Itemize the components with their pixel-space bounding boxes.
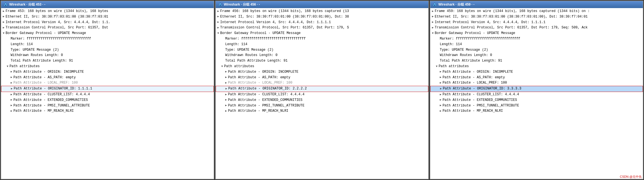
tree-item[interactable]: ▶Ethernet II, Src: 38:30:f7:03:01:00 (38… — [1, 14, 214, 20]
expand-icon[interactable]: ▼ — [221, 64, 223, 69]
tree-item[interactable]: ▶Path Attribute - AS_PATH: empty — [216, 75, 428, 81]
tree-item[interactable]: ▼Path attributes — [1, 64, 214, 69]
expand-icon[interactable]: ▶ — [225, 109, 227, 114]
tree-item[interactable]: ▶Path Attribute - ORIGINATOR_ID: 2.2.2.2 — [216, 86, 428, 92]
tree-item[interactable]: ▶Path Attribute - ORIGINATOR_ID: 1.1.1.1 — [1, 86, 214, 92]
tree-item[interactable]: ▶Path Attribute - AS_PATH: empty — [430, 75, 643, 81]
expand-icon[interactable]: ▶ — [11, 103, 12, 108]
expand-icon[interactable]: ▶ — [3, 20, 4, 25]
tree-item: Total Path Attribute Length: 91 — [430, 58, 643, 64]
wireshark-window-win3: Wireshark · 分组 459 · -▶Frame 459: 168 by… — [430, 1, 643, 179]
item-text: Frame 459: 168 bytes on wire (1344 bits)… — [435, 9, 590, 14]
expand-icon[interactable]: ▶ — [225, 98, 227, 103]
expand-icon[interactable]: ▼ — [432, 31, 434, 36]
tree-item[interactable]: ▶Path Attribute - EXTENDED_COMMUNITIES — [430, 98, 643, 103]
expand-icon[interactable]: ▶ — [432, 9, 434, 14]
tree-item[interactable]: ▶Path Attribute - LOCAL_PREF: 100 — [430, 80, 643, 86]
tree-item[interactable]: ▶Path Attribute - ORIGIN: INCOMPLETE — [1, 69, 214, 75]
item-text: Border Gateway Protocol - UPDATE Message — [435, 31, 515, 36]
tree-item[interactable]: ▶Path Attribute - ORIGINATOR_ID: 3.3.3.3 — [430, 86, 643, 92]
tree-item[interactable]: ▶Path Attribute - LOCAL_PREF: 100 — [1, 80, 214, 86]
expand-icon[interactable]: ▶ — [432, 14, 434, 19]
tree-item[interactable]: ▶Path Attribute - CLUSTER_LIST: 4.4.4.4 — [430, 92, 643, 98]
expand-icon[interactable]: ▼ — [436, 64, 438, 69]
expand-icon[interactable]: ▶ — [225, 70, 227, 74]
tree-item[interactable]: ▶Path Attribute - ORIGIN: INCOMPLETE — [216, 69, 428, 75]
expand-icon[interactable]: ▶ — [3, 9, 4, 14]
expand-icon[interactable]: ▶ — [217, 14, 219, 19]
expand-icon[interactable]: ▶ — [432, 20, 434, 25]
expand-icon[interactable]: ▶ — [440, 70, 441, 74]
tree-item[interactable]: ▼Border Gateway Protocol - UPDATE Messag… — [430, 31, 643, 36]
expand-icon[interactable]: ▶ — [11, 70, 12, 74]
tree-item[interactable]: ▶Path Attribute - LOCAL_PREF: 100 — [216, 80, 428, 86]
wireshark-icon — [218, 2, 222, 7]
expand-icon[interactable]: ▶ — [440, 75, 441, 80]
expand-icon[interactable]: ▶ — [440, 81, 441, 86]
tree-item[interactable]: ▶Internet Protocol Version 4, Src: 4.4.4… — [1, 20, 214, 25]
tree-item[interactable]: ▶Path Attribute - MP_REACH_NLRI — [1, 108, 214, 114]
item-text: Withdrawn Routes Length: 0 — [440, 53, 492, 58]
wireshark-window-win1: Wireshark · 分组 453 · -▶Frame 453: 168 by… — [1, 1, 214, 179]
expand-icon[interactable]: ▶ — [440, 98, 441, 103]
item-text: Path Attribute - AS_PATH: empty — [228, 75, 290, 81]
tree-item[interactable]: ▼Border Gateway Protocol - UPDATE Messag… — [1, 31, 214, 36]
expand-icon[interactable]: ▶ — [11, 93, 12, 97]
tree-item[interactable]: ▶Path Attribute - CLUSTER_LIST: 4.4.4.4 — [216, 92, 428, 98]
tree-item[interactable]: ▼Border Gateway Protocol - UPDATE Messag… — [216, 31, 428, 36]
tree-item[interactable]: ▶Transmission Control Protocol, Src Port… — [430, 25, 643, 31]
tree-item[interactable]: ▶Ethernet II, Src: 38:30:f7:03:01:00 (38… — [216, 14, 428, 20]
tree-item[interactable]: ▶Path Attribute - EXTENDED_COMMUNITIES — [216, 98, 428, 103]
title-text: Wireshark · 分组 459 · - — [438, 2, 474, 7]
tree-item[interactable]: ▶Internet Protocol Version 4, Src: 4.4.4… — [430, 20, 643, 25]
tree-item[interactable]: ▶Path Attribute - EXTENDED_COMMUNITIES — [1, 98, 214, 103]
item-text: Internet Protocol Version 4, Src: 4.4.4.… — [435, 20, 545, 25]
tree-item[interactable]: ▶Transmission Control Protocol, Src Port… — [216, 25, 428, 31]
wireshark-window-win2: Wireshark · 分组 456 · -▶Frame 456: 168 by… — [215, 1, 429, 179]
expand-icon[interactable]: ▶ — [225, 81, 227, 86]
expand-icon[interactable]: ▶ — [11, 98, 12, 103]
tree-item[interactable]: ▶Frame 453: 168 bytes on wire (1344 bits… — [1, 9, 214, 14]
tree-item[interactable]: ▶Path Attribute - PMSI_TUNNEL_ATTRIBUTE — [216, 103, 428, 109]
expand-icon[interactable]: ▶ — [3, 26, 4, 30]
tree-item[interactable]: ▶Frame 459: 168 bytes on wire (1344 bits… — [430, 9, 643, 14]
expand-icon[interactable]: ▶ — [225, 93, 227, 97]
tree-item[interactable]: ▶Transmission Control Protocol, Src Port… — [1, 25, 214, 31]
expand-icon[interactable]: ▶ — [440, 87, 442, 91]
expand-icon[interactable]: ▶ — [225, 103, 227, 108]
packet-tree: ▶Frame 459: 168 bytes on wire (1344 bits… — [430, 8, 643, 179]
tree-item[interactable]: ▶Path Attribute - PMSI_TUNNEL_ATTRIBUTE — [430, 103, 643, 109]
tree-item[interactable]: ▼Path attributes — [430, 64, 643, 69]
expand-icon[interactable]: ▶ — [11, 75, 12, 80]
expand-icon[interactable]: ▶ — [217, 9, 219, 14]
tree-item[interactable]: ▶Path Attribute - AS_PATH: empty — [1, 75, 214, 81]
expand-icon[interactable]: ▶ — [225, 75, 227, 80]
expand-icon[interactable]: ▼ — [217, 31, 219, 36]
tree-item[interactable]: ▶Path Attribute - PMSI_TUNNEL_ATTRIBUTE — [1, 103, 214, 109]
expand-icon[interactable]: ▶ — [11, 109, 12, 114]
expand-icon[interactable]: ▶ — [11, 87, 13, 91]
tree-item[interactable]: ▶Path Attribute - MP_REACH_NLRI — [430, 108, 643, 114]
expand-icon[interactable]: ▶ — [3, 14, 4, 19]
expand-icon[interactable]: ▶ — [11, 81, 12, 86]
tree-item[interactable]: ▶Ethernet II, Src: 38:30:f7:03:01:00 (38… — [430, 14, 643, 20]
tree-item[interactable]: ▶Path Attribute - MP_REACH_NLRI — [216, 108, 428, 114]
expand-icon[interactable]: ▶ — [217, 20, 219, 25]
tree-item[interactable]: ▶Internet Protocol Version 4, Src: 4.4.4… — [216, 20, 428, 25]
expand-icon[interactable]: ▶ — [440, 93, 441, 97]
expand-icon[interactable]: ▼ — [7, 64, 8, 69]
item-text: Path Attribute - PMSI_TUNNEL_ATTRIBUTE — [228, 103, 305, 109]
expand-icon[interactable]: ▶ — [440, 103, 441, 108]
item-text: Path Attribute - MP_REACH_NLRI — [13, 108, 74, 114]
expand-icon[interactable]: ▼ — [3, 31, 4, 36]
expand-icon[interactable]: ▶ — [225, 87, 227, 91]
expand-icon[interactable]: ▶ — [217, 26, 219, 30]
item-text: Type: UPDATE Message (2) — [440, 47, 488, 53]
tree-item[interactable]: ▶Path Attribute - CLUSTER_LIST: 4.4.4.4 — [1, 92, 214, 98]
tree-item[interactable]: ▼Path attributes — [216, 64, 428, 69]
tree-item[interactable]: ▶Path Attribute - ORIGIN: INCOMPLETE — [430, 69, 643, 75]
item-text: Length: 114 — [440, 42, 462, 47]
tree-item[interactable]: ▶Frame 456: 168 bytes on wire (1344 bits… — [216, 9, 428, 14]
expand-icon[interactable]: ▶ — [440, 109, 441, 114]
expand-icon[interactable]: ▶ — [432, 26, 434, 30]
